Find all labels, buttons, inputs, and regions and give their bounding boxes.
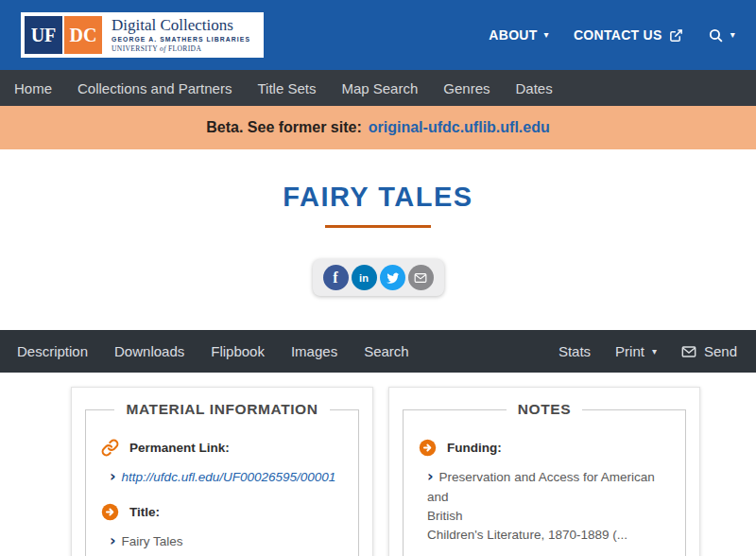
logo-text: Digital Collections GEORGE A. SMATHERS L… [102,16,260,54]
material-information-card: MATERIAL INFORMATION Permanent Link: ›ht… [71,387,373,556]
print-label: Print [615,343,644,359]
caret-down-icon: ▾ [730,30,735,40]
main-nav: Home Collections and Partners Title Sets… [0,70,756,106]
twitter-icon [386,270,400,285]
nav-item-genres[interactable]: Genres [443,80,490,96]
search-toggle[interactable]: ▾ [708,27,735,43]
logo-title: Digital Collections [112,17,250,34]
permanent-link-label-row: Permanent Link: [101,439,343,457]
search-icon [708,27,724,43]
chevron-right-icon: › [110,467,116,485]
logo-university-pre: UNIVERSITY [112,44,158,53]
social-share-pill: f in [313,259,444,296]
metadata-cards: MATERIAL INFORMATION Permanent Link: ›ht… [0,387,756,556]
social-share-area: f in [0,259,756,296]
funding-text: Preservation and Access for American and [427,470,655,503]
notes-title: NOTES [507,401,582,418]
chevron-right-icon: › [427,467,434,485]
chevron-right-icon: › [110,531,116,549]
link-icon [101,439,119,457]
title-label: Title: [129,505,160,519]
envelope-icon [681,344,696,359]
toolbar-left: Description Downloads Flipbook Images Se… [17,343,409,359]
envelope-icon [414,271,427,285]
logo-subtitle: GEORGE A. SMATHERS LIBRARIES [112,36,250,43]
send-label: Send [704,343,737,359]
dc-logo-square: DC [64,16,102,54]
tab-downloads[interactable]: Downloads [114,343,184,359]
header-nav: ABOUT ▾ CONTACT US ▾ [489,27,735,43]
permanent-link-row: ›http://ufdc.ufl.edu/UF00026595/00001 [110,468,343,487]
arrow-circle-icon [101,503,119,521]
tab-description[interactable]: Description [17,343,88,359]
nav-item-dates[interactable]: Dates [515,80,552,96]
material-information-title: MATERIAL INFORMATION [114,401,329,418]
uf-logo-square: UF [25,16,62,54]
funding-label: Funding: [447,441,502,455]
tab-flipbook[interactable]: Flipbook [211,343,265,359]
beta-banner-text: Beta. See former site: [206,119,362,136]
linkedin-share-button[interactable]: in [352,265,377,290]
former-site-link[interactable]: original-ufdc.uflib.ufl.edu [369,119,550,136]
caret-down-icon: ▾ [652,347,657,356]
logo-university-of: of [160,44,166,53]
contact-us-link[interactable]: CONTACT US [574,27,683,43]
external-link-icon [669,28,683,43]
title-value-row: ›Fairy Tales [110,532,343,551]
ufdc-logo[interactable]: UF DC Digital Collections GEORGE A. SMAT… [21,12,264,58]
site-header: UF DC Digital Collections GEORGE A. SMAT… [0,0,756,70]
title-divider [325,225,431,228]
stats-button[interactable]: Stats [558,343,591,359]
arrow-circle-icon [419,439,437,457]
item-toolbar: Description Downloads Flipbook Images Se… [0,330,756,373]
tab-images[interactable]: Images [291,343,337,359]
funding-label-row: Funding: [419,439,670,457]
beta-banner: Beta. See former site: original-ufdc.ufl… [0,106,756,149]
permanent-link-value[interactable]: http://ufdc.ufl.edu/UF00026595/00001 [122,470,336,484]
tab-search[interactable]: Search [364,343,409,359]
send-button[interactable]: Send [681,343,737,359]
facebook-share-button[interactable]: f [323,265,349,290]
contact-us-label: CONTACT US [574,27,662,43]
notes-fieldset: NOTES Funding: ›Preservation and Access … [403,401,686,556]
about-menu[interactable]: ABOUT ▾ [489,27,549,43]
toolbar-right: Stats Print ▾ Send [558,343,737,359]
title-value: Fairy Tales [122,534,183,548]
logo-university: UNIVERSITY of FLORIDA [112,44,250,53]
title-label-row: Title: [101,503,343,521]
caret-down-icon: ▾ [544,30,549,40]
logo-squares: UF DC [25,16,102,54]
print-menu[interactable]: Print ▾ [615,343,657,359]
funding-line: ›Preservation and Access for American an… [427,468,670,507]
nav-item-title-sets[interactable]: Title Sets [257,80,316,96]
funding-line: British [427,507,670,526]
material-information-fieldset: MATERIAL INFORMATION Permanent Link: ›ht… [85,401,359,556]
email-share-button[interactable] [408,265,434,290]
permanent-link-label: Permanent Link: [129,441,230,455]
notes-card: NOTES Funding: ›Preservation and Access … [388,387,700,556]
nav-item-collections-and-partners[interactable]: Collections and Partners [77,80,232,96]
linkedin-icon: in [359,272,369,284]
funding-value: ›Preservation and Access for American an… [427,468,670,545]
page-title: FAIRY TALES [0,182,756,213]
facebook-icon: f [333,269,337,287]
logo-university-post: FLORIDA [168,44,201,53]
nav-item-map-search[interactable]: Map Search [341,80,418,96]
nav-item-home[interactable]: Home [14,80,52,96]
twitter-share-button[interactable] [380,265,405,290]
about-label: ABOUT [489,27,537,43]
funding-line: Children's Literature, 1870-1889 (... [427,526,670,545]
